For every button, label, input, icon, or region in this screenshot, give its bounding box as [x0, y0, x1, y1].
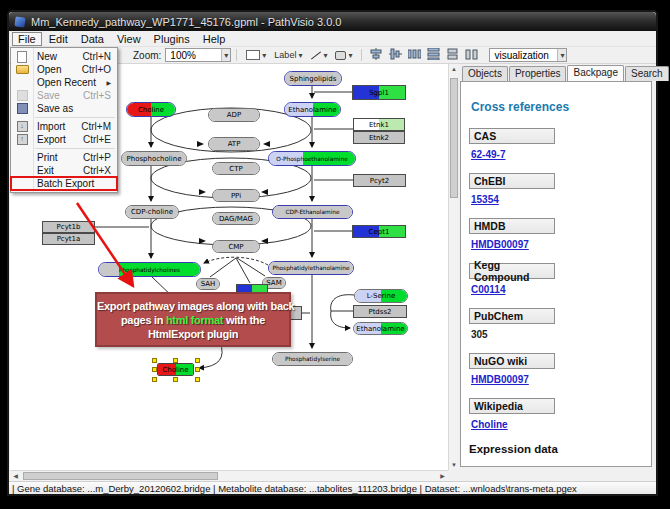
gene-node-etnk2[interactable]: Etnk2 [353, 131, 405, 144]
menu-separator [35, 117, 115, 118]
gene-node-pcyt1a[interactable]: Pcyt1a [42, 233, 95, 245]
open-folder-icon [16, 65, 29, 74]
node-label: O-Phosphoethanolamine [269, 152, 355, 165]
menu-item-shortcut: Ctrl+O [82, 64, 117, 75]
annotation-line: pages in html format with the [97, 313, 289, 327]
metabolite-node-dag-mag[interactable]: DAG/MAG [212, 212, 260, 225]
node-label: Cept1 [353, 226, 405, 237]
file-menu-item-open[interactable]: OpenCtrl+O [11, 63, 117, 76]
selection-handle[interactable] [195, 377, 200, 382]
export-icon: ↑ [17, 134, 28, 145]
gene-node-etnk1[interactable]: Etnk1 [353, 118, 405, 131]
gene-node-cept1[interactable]: Cept1 [352, 225, 406, 238]
metabolite-node-l-serine[interactable]: L-Serine [354, 289, 408, 303]
import-icon: ↓ [11, 121, 33, 132]
save-as-icon [17, 103, 28, 114]
node-label: Choline [158, 364, 193, 375]
file-menu-item-exit[interactable]: ExitCtrl+X [11, 164, 117, 177]
export-icon: ↑ [11, 134, 33, 145]
node-label: CDP-Ethanolamine [273, 206, 352, 218]
node-label: Phosphatidylserine [273, 353, 352, 365]
node-label: ADP [209, 109, 259, 121]
annotation-text: HtmlExport plugin [148, 328, 238, 340]
metabolite-node-cdp-ethanolamine[interactable]: CDP-Ethanolamine [272, 205, 353, 219]
node-label: Pcyt2 [354, 175, 405, 186]
metabolite-node-adp[interactable]: ADP [208, 108, 260, 122]
selection-handle[interactable] [173, 358, 178, 363]
node-label: Ethanolamine [285, 103, 340, 116]
selection-handle[interactable] [195, 367, 200, 372]
file-menu-item-save-as[interactable]: Save as [11, 102, 117, 115]
menu-item-label: Batch Export [33, 178, 94, 189]
gene-node-sgpl1[interactable]: Sgpl1 [352, 85, 406, 100]
node-label: CDP-choline [126, 206, 178, 218]
selection-handle[interactable] [152, 377, 157, 382]
metabolite-node-cmp[interactable]: CMP [212, 240, 260, 253]
metabolite-node-ctp[interactable]: CTP [212, 162, 260, 175]
metabolite-node-phosphocholine[interactable]: Phosphocholine [121, 151, 187, 166]
menu-item-shortcut: Ctrl+S [83, 90, 117, 101]
metabolite-node-phosphatidylethanolamine[interactable]: Phosphatidylethanolamine [268, 261, 354, 275]
file-menu-item-new[interactable]: NewCtrl+N [11, 50, 117, 63]
annotation-line: HtmlExport plugin [97, 327, 289, 341]
node-label: Sgpl1 [353, 86, 405, 99]
metabolite-node-choline[interactable]: Choline [126, 102, 176, 117]
node-label: Choline [127, 103, 175, 116]
file-menu-item-batch-export[interactable]: Batch Export [11, 177, 117, 190]
save-icon [17, 90, 28, 101]
node-label: DAG/MAG [213, 213, 259, 224]
node-label: Sphingolipids [285, 72, 341, 85]
submenu-arrow-icon: ▶ [106, 79, 117, 86]
menu-separator [35, 148, 115, 149]
menu-item-shortcut: Ctrl+M [81, 121, 117, 132]
metabolite-node-phosphatidylserine[interactable]: Phosphatidylserine [272, 352, 353, 366]
node-label: Pcyt1a [43, 234, 94, 244]
node-label: CMP [213, 241, 259, 252]
menu-item-label: Export [33, 134, 66, 145]
file-menu-item-print[interactable]: PrintCtrl+P [11, 151, 117, 164]
file-menu: NewCtrl+NOpenCtrl+OOpen Recent▶SaveCtrl+… [10, 47, 118, 193]
node-label: Etnk1 [354, 119, 404, 130]
gene-node-pcyt1b[interactable]: Pcyt1b [42, 221, 95, 233]
file-menu-item-import[interactable]: ↓ImportCtrl+M [11, 120, 117, 133]
metabolite-node-ethanolamine[interactable]: Ethanolamine [353, 322, 408, 335]
file-menu-item-open-recent[interactable]: Open Recent▶ [11, 76, 117, 89]
menu-item-label: New [33, 51, 57, 62]
metabolite-node-sah[interactable]: SAH [196, 278, 220, 290]
metabolite-node-o-phosphoethanolamine[interactable]: O-Phosphoethanolamine [268, 151, 356, 166]
new-document-icon [17, 51, 27, 63]
node-label: Pcyt1b [43, 222, 94, 232]
gene-node-pcyt2[interactable]: Pcyt2 [353, 174, 406, 187]
menu-item-shortcut: Ctrl+N [82, 51, 117, 62]
node-label: L-Serine [355, 290, 407, 302]
node-label: Ethanolamine [354, 323, 407, 334]
node-label: Ptdss2 [354, 306, 406, 317]
metabolite-node-atp[interactable]: ATP [208, 137, 260, 151]
node-label: SAH [197, 279, 219, 289]
file-menu-item-export[interactable]: ↑ExportCtrl+E [11, 133, 117, 146]
menu-item-label: Open Recent [33, 77, 96, 88]
selection-handle[interactable] [152, 367, 157, 372]
node-label: ATP [209, 138, 259, 150]
file-menu-item-save[interactable]: SaveCtrl+S [11, 89, 117, 102]
metabolite-node-sphingolipids[interactable]: Sphingolipids [284, 71, 342, 86]
selection-handle[interactable] [173, 377, 178, 382]
selected-metabolite-node-choline[interactable]: Choline [157, 363, 194, 376]
selection-handle[interactable] [152, 358, 157, 363]
metabolite-node-ethanolamine[interactable]: Ethanolamine [284, 102, 341, 117]
menu-item-label: Save [33, 90, 60, 101]
menu-item-label: Exit [33, 165, 54, 176]
annotation-text: Export pathway images along with back [97, 300, 294, 312]
metabolite-node-ppi[interactable]: PPi [212, 189, 260, 202]
menu-item-label: Save as [33, 103, 73, 114]
node-label: Phosphatidylcholines [99, 263, 200, 276]
metabolite-node-phosphatidylcholines[interactable]: Phosphatidylcholines [98, 262, 201, 277]
menu-item-label: Import [33, 121, 65, 132]
new-document-icon [11, 51, 33, 63]
node-label: Phosphocholine [122, 152, 186, 165]
annotation-text: html format [166, 314, 223, 326]
node-label: CTP [213, 163, 259, 174]
metabolite-node-cdp-choline[interactable]: CDP-choline [125, 205, 179, 219]
gene-node-ptdss2[interactable]: Ptdss2 [353, 305, 407, 318]
selection-handle[interactable] [195, 358, 200, 363]
